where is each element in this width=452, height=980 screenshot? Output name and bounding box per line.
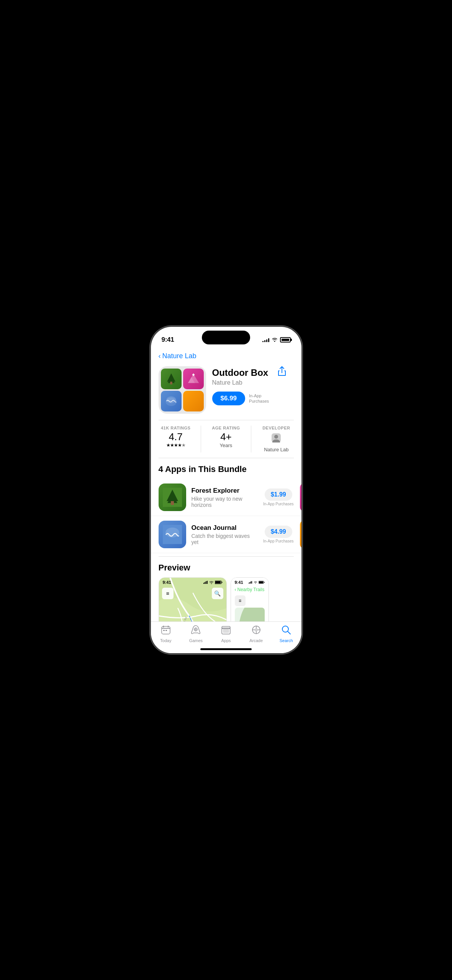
ocean-iap-label: In-App Purchases: [263, 539, 294, 543]
ratings-label: 41K RATINGS: [151, 426, 201, 430]
price-button[interactable]: $6.99: [212, 392, 246, 405]
svg-rect-19: [203, 583, 204, 584]
ocean-app-name: Ocean Journal: [192, 524, 258, 532]
svg-rect-34: [162, 628, 170, 629]
peek-pink: [300, 483, 301, 511]
map-status-bar: 9:41: [159, 578, 226, 585]
ocean-menu-btn[interactable]: ≡: [235, 595, 246, 606]
bundle-icon-grid: [159, 366, 206, 414]
tab-search-label: Search: [280, 638, 293, 643]
forest-sub-icon: [161, 369, 182, 389]
map-menu-button[interactable]: ≡: [162, 588, 174, 599]
svg-point-44: [255, 628, 258, 631]
ocean-app-desc: Catch the biggest waves yet: [192, 533, 258, 545]
mountain-sub-icon: [183, 369, 204, 389]
svg-rect-37: [163, 630, 165, 631]
apps-icon: [221, 625, 231, 637]
peek-orange: [300, 521, 301, 548]
svg-rect-28: [251, 582, 251, 584]
svg-rect-13: [171, 501, 174, 505]
preview-screenshots: Rhus Ridge Rd 9:41: [151, 577, 301, 621]
developer-stat: DEVELOPER Nature Lab: [251, 426, 301, 452]
tab-games[interactable]: Games: [181, 625, 211, 643]
signal-bars-icon: [262, 338, 269, 342]
svg-rect-21: [206, 581, 206, 584]
ocean-map: [235, 608, 265, 621]
map-time: 9:41: [163, 580, 171, 585]
share-button[interactable]: [278, 366, 294, 379]
age-value: 4+: [201, 432, 251, 442]
app-header: Outdoor Box Nature Lab $6.99 In-AppPurch…: [151, 363, 301, 420]
status-time: 9:41: [162, 336, 174, 344]
developer-icon: [251, 432, 301, 447]
svg-rect-35: [163, 626, 164, 628]
age-sub: Years: [201, 442, 251, 448]
ocean-back-nav[interactable]: ‹ Nearby Trails: [231, 585, 269, 594]
developer-name: Nature Lab: [251, 447, 301, 452]
age-stat: AGE RATING 4+ Years: [201, 426, 251, 452]
bundle-app-forest[interactable]: Forest Explorer Hike your way to new hor…: [151, 479, 301, 516]
svg-point-9: [274, 435, 278, 439]
ocean-sub-icon: [161, 391, 182, 411]
back-label[interactable]: Nature Lab: [162, 352, 197, 360]
bundle-section: 4 Apps in This Bundle Forest Explorer Hi…: [151, 458, 301, 553]
bundle-app-ocean[interactable]: Ocean Journal Catch the biggest waves ye…: [151, 516, 301, 553]
svg-rect-38: [165, 630, 167, 631]
ocean-status-bar: 9:41: [231, 578, 269, 585]
stats-row: 41K RATINGS 4.7 ★★★★★ AGE RATING 4+ Year…: [151, 420, 301, 458]
ocean-app-info: Ocean Journal Catch the biggest waves ye…: [192, 524, 258, 545]
preview-title: Preview: [151, 563, 301, 577]
main-content[interactable]: ‹ Nature Lab: [151, 347, 301, 621]
forest-iap-label: In-App Purchases: [263, 502, 294, 506]
svg-rect-22: [207, 581, 208, 584]
tab-apps-label: Apps: [221, 638, 231, 643]
svg-rect-29: [251, 581, 252, 584]
tab-today[interactable]: Today: [151, 625, 181, 643]
forest-app-name: Forest Explorer: [192, 487, 258, 495]
ocean-status-icons: [249, 580, 265, 584]
map-search-button[interactable]: 🔍: [212, 588, 223, 599]
screenshot-map: Rhus Ridge Rd 9:41: [159, 577, 227, 621]
back-chevron-icon: ‹: [159, 352, 161, 360]
ocean-app-icon: [159, 521, 186, 548]
map-status-icons: [203, 580, 223, 584]
tab-today-label: Today: [160, 638, 171, 643]
screenshot-ocean: 9:41 ‹ Nearby Trails ≡: [231, 577, 269, 621]
arcade-icon: [251, 625, 261, 637]
ocean-price-button[interactable]: $4.99: [265, 526, 292, 538]
app-info: Outdoor Box Nature Lab $6.99 In-AppPurch…: [212, 366, 272, 405]
age-label: AGE RATING: [201, 426, 251, 430]
svg-rect-27: [249, 582, 250, 583]
forest-app-icon: [159, 483, 186, 511]
ocean-bg: 9:41 ‹ Nearby Trails ≡: [231, 578, 269, 621]
rating-value: 4.7: [151, 432, 201, 442]
forest-price-button[interactable]: $1.99: [265, 488, 292, 501]
dynamic-island: [202, 331, 250, 344]
home-indicator: [200, 648, 252, 650]
bundle-section-title: 4 Apps in This Bundle: [151, 458, 301, 479]
forest-app-desc: Hike your way to new horizons: [192, 496, 258, 508]
tab-games-label: Games: [189, 638, 203, 643]
svg-rect-32: [264, 582, 265, 583]
battery-icon: [280, 337, 291, 343]
price-row: $6.99 In-AppPurchases: [212, 392, 272, 405]
preview-section: Preview: [151, 557, 301, 621]
ocean-price-wrapper: $4.99 In-App Purchases: [263, 526, 294, 543]
svg-rect-36: [168, 626, 169, 628]
developer-label: DEVELOPER: [251, 426, 301, 430]
forest-price-wrapper: $1.99 In-App Purchases: [263, 488, 294, 506]
svg-rect-31: [259, 582, 263, 583]
tab-apps[interactable]: Apps: [211, 625, 241, 643]
phone-frame: 9:41 ‹ Nature Lab: [151, 327, 301, 653]
wifi-icon: [272, 337, 278, 343]
app-developer: Nature Lab: [212, 379, 272, 386]
stars: ★★★★★: [151, 442, 201, 448]
tab-search[interactable]: Search: [271, 625, 301, 643]
today-icon: [161, 625, 171, 637]
back-navigation[interactable]: ‹ Nature Lab: [151, 347, 301, 363]
svg-rect-2: [170, 382, 172, 384]
svg-rect-41: [223, 629, 229, 633]
tab-arcade[interactable]: Arcade: [241, 625, 271, 643]
orange-sub-icon: [183, 391, 204, 411]
search-icon: [281, 625, 291, 637]
